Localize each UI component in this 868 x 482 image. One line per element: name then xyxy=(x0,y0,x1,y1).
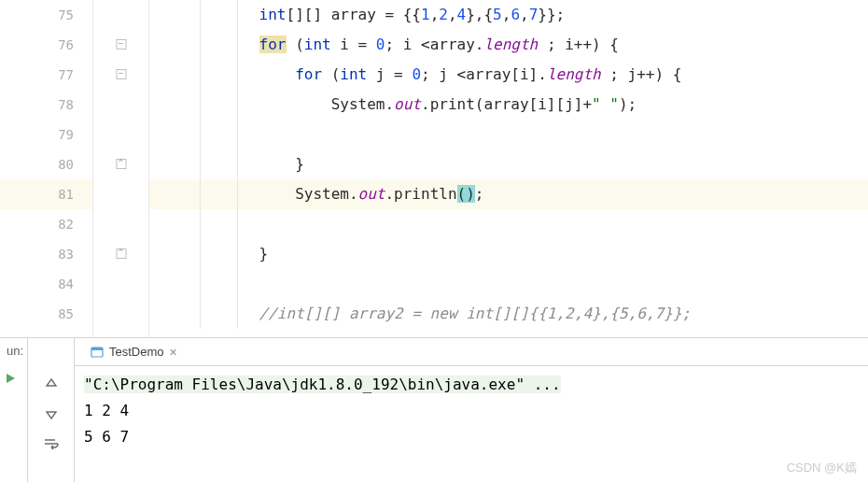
code-line[interactable]: System.out.print(array[i][j]+" "); xyxy=(149,90,868,120)
code-line[interactable]: int[][] array = {{1,2,4},{5,6,7}}; xyxy=(149,0,868,30)
run-toolbar xyxy=(28,338,75,482)
indent-guide xyxy=(200,0,201,329)
line-gutter: 75 76 77 78 79 80 81 82 83 84 85 xyxy=(0,0,93,337)
application-icon xyxy=(91,346,104,359)
run-label: un: xyxy=(0,338,28,482)
line-number: 81 xyxy=(0,179,92,209)
line-number: 76 xyxy=(0,30,92,60)
arrow-down-icon[interactable] xyxy=(43,405,60,422)
line-number: 83 xyxy=(0,239,92,269)
code-line[interactable]: } xyxy=(149,239,868,269)
line-number: 77 xyxy=(0,60,92,90)
console-output[interactable]: "C:\Program Files\Java\jdk1.8.0_192\bin\… xyxy=(75,366,868,482)
tab-testdemo[interactable]: TestDemo × xyxy=(82,342,186,362)
run-button-icon[interactable] xyxy=(4,372,17,389)
console-line: 5 6 7 xyxy=(84,424,859,450)
console-command: "C:\Program Files\Java\jdk1.8.0_192\bin\… xyxy=(84,376,561,393)
fold-minus-icon[interactable]: – xyxy=(116,69,126,79)
line-number: 80 xyxy=(0,149,92,179)
line-number: 85 xyxy=(0,299,92,329)
code-line[interactable] xyxy=(149,209,868,239)
fold-column: – – ^ ^ xyxy=(93,0,149,337)
code-line[interactable]: for (int i = 0; i <array.length ; i++) { xyxy=(149,30,868,60)
close-icon[interactable]: × xyxy=(170,345,177,360)
fold-up-icon[interactable]: ^ xyxy=(116,159,126,169)
code-line[interactable]: //int[][] array2 = new int[][]{{1,2,4},{… xyxy=(149,299,868,329)
code-area[interactable]: int[][] array = {{1,2,4},{5,6,7}}; for (… xyxy=(149,0,868,337)
line-number: 79 xyxy=(0,120,92,149)
run-content: TestDemo × "C:\Program Files\Java\jdk1.8… xyxy=(75,338,868,482)
run-tabs: TestDemo × xyxy=(75,338,868,366)
code-line-active[interactable]: System.out.println(); xyxy=(149,179,868,209)
arrow-up-icon[interactable] xyxy=(43,376,60,392)
tab-label: TestDemo xyxy=(109,345,164,359)
code-line[interactable] xyxy=(149,269,868,299)
code-editor: 75 76 77 78 79 80 81 82 83 84 85 – – ^ ^… xyxy=(0,0,868,338)
indent-guide xyxy=(237,0,238,329)
fold-minus-icon[interactable]: – xyxy=(116,39,126,50)
line-number: 84 xyxy=(0,269,92,299)
run-panel: un: TestDemo × "C:\Program Files\Java\jd… xyxy=(0,338,868,482)
fold-up-icon[interactable]: ^ xyxy=(116,248,126,259)
svg-rect-1 xyxy=(91,347,103,350)
soft-wrap-icon[interactable] xyxy=(43,435,60,452)
watermark: CSDN @K嫣 xyxy=(787,460,857,476)
line-number: 82 xyxy=(0,209,92,239)
console-line: 1 2 4 xyxy=(84,398,859,424)
code-line[interactable] xyxy=(149,120,868,149)
code-line[interactable]: } xyxy=(149,149,868,179)
code-line[interactable]: for (int j = 0; j <array[i].length ; j++… xyxy=(149,60,868,90)
line-number: 78 xyxy=(0,90,92,120)
line-number: 75 xyxy=(0,0,92,30)
